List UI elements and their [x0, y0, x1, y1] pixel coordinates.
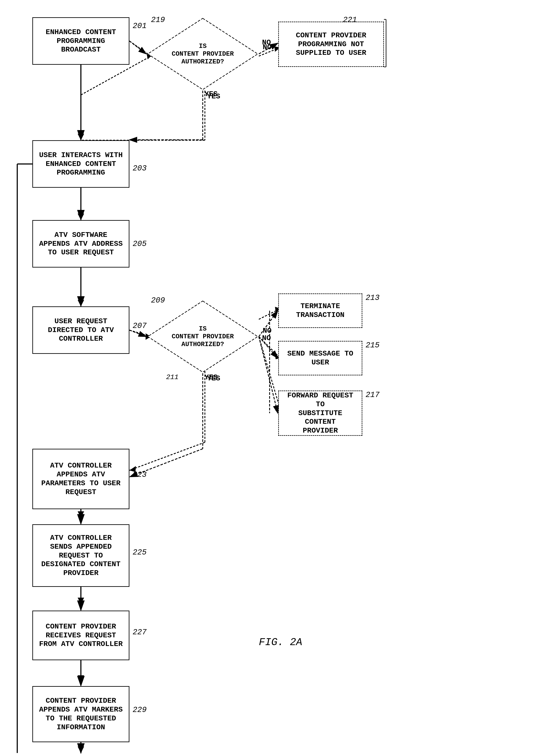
box-201: ENHANCED CONTENTPROGRAMMINGBROADCAST	[32, 17, 129, 65]
svg-text:NO: NO	[263, 327, 271, 335]
box-229: CONTENT PROVIDERAPPENDS ATV MARKERSTO TH…	[32, 686, 129, 742]
diagram-container: ENHANCED CONTENTPROGRAMMINGBROADCAST 201…	[0, 0, 542, 756]
ref-229: 229	[133, 706, 147, 714]
svg-line-49	[259, 311, 278, 337]
ref-215: 215	[365, 341, 379, 350]
ref-217: 217	[365, 391, 379, 399]
diamond-209: ISCONTENT PROVIDERAUTHORIZED?	[147, 300, 259, 373]
yes-label-209: YES	[207, 374, 220, 383]
ref-223: 223	[133, 470, 147, 479]
ref-201: 201	[133, 22, 147, 30]
svg-marker-3	[78, 134, 84, 140]
box-221: CONTENT PROVIDERPROGRAMMING NOTSUPPLIED …	[278, 22, 384, 67]
no-label-209: NO	[262, 334, 271, 342]
svg-marker-30	[78, 675, 84, 682]
box-205: ATV SOFTWAREAPPENDS ATV ADDRESSTO USER R…	[32, 220, 129, 268]
svg-line-51	[259, 337, 278, 413]
box-207: USER REQUESTDIRECTED TO ATVCONTROLLER	[32, 306, 129, 354]
svg-line-48	[129, 330, 146, 337]
svg-marker-26	[78, 511, 84, 518]
box-215: SEND MESSAGE TOUSER	[278, 341, 362, 375]
svg-line-16	[259, 309, 280, 319]
svg-marker-28	[78, 598, 84, 604]
ref-207: 207	[133, 321, 147, 330]
ref-203: 203	[133, 164, 147, 173]
svg-line-40	[129, 41, 146, 54]
ref-211: 211	[166, 373, 179, 381]
svg-line-20	[259, 337, 280, 410]
box-223: ATV CONTROLLERAPPENDS ATVPARAMETERS TO U…	[32, 449, 129, 509]
ref-213: 213	[365, 293, 379, 302]
ref-221: 221	[343, 16, 357, 24]
box-213: TERMINATETRANSACTION	[278, 293, 362, 328]
diamond-219: ISCONTENT PROVIDERAUTHORIZED?	[147, 17, 259, 91]
box-217: FORWARD REQUEST TOSUBSTITUTE CONTENTPROV…	[278, 391, 362, 436]
yes-label-219: YES	[207, 92, 220, 101]
no-label-219: NO	[262, 38, 271, 47]
box-225: ATV CONTROLLERSENDS APPENDEDREQUEST TODE…	[32, 524, 129, 587]
svg-line-12	[259, 47, 280, 56]
svg-marker-5	[78, 214, 84, 220]
ref-227: 227	[133, 628, 147, 637]
box-203: USER INTERACTS WITHENHANCED CONTENTPROGR…	[32, 140, 129, 188]
box-227: CONTENT PROVIDERRECEIVES REQUESTFROM ATV…	[32, 611, 129, 660]
svg-line-23	[129, 442, 205, 470]
fig-label: FIG. 2A	[259, 636, 302, 648]
svg-marker-32	[78, 747, 84, 753]
svg-marker-7	[78, 300, 84, 306]
ref-205: 205	[133, 239, 147, 248]
ref-225: 225	[133, 548, 147, 557]
